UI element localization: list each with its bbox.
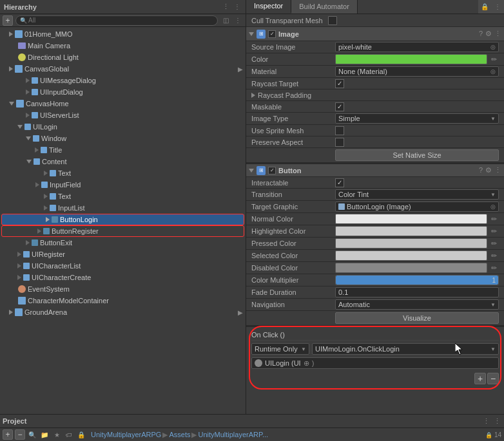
add-button[interactable]: + — [3, 15, 13, 26]
star-icon[interactable]: ★ — [52, 429, 62, 440]
inspector-lock-icon[interactable]: 🔒 — [478, 0, 491, 14]
target-graphic-label: Target Graphic — [251, 203, 335, 211]
tree-item-uiregister[interactable]: UIRegister — [0, 249, 246, 260]
selected-color-swatch[interactable] — [335, 250, 487, 261]
button-section-header[interactable]: ⊞ ✓ Button ? ⚙ ⋮ — [246, 163, 504, 177]
tree-item-uicharacterlist[interactable]: UICharacterList — [0, 260, 246, 272]
lock-icon[interactable]: 🔒 — [76, 429, 86, 440]
transition-dropdown[interactable]: Color Tint ▼ — [335, 189, 499, 200]
material-field[interactable]: None (Material) ◎ — [335, 66, 499, 77]
search-project-icon[interactable]: 🔍 — [27, 429, 37, 440]
selected-color-edit-icon[interactable]: ✏ — [489, 250, 499, 261]
expand-icon[interactable]: ◫ — [220, 15, 231, 26]
pressed-color-edit-icon[interactable]: ✏ — [489, 238, 499, 249]
raycast-target-checkbox[interactable]: ✓ — [335, 79, 344, 88]
project-menu-icon[interactable]: ⋮ — [481, 417, 490, 426]
tree-item-content[interactable]: Content — [0, 156, 246, 167]
project-options-icon[interactable]: ⋮ — [492, 417, 501, 426]
tree-item-01home[interactable]: 01Home_MMO — [0, 28, 246, 40]
disabled-color-swatch[interactable] — [335, 263, 487, 273]
label-text1: Text — [58, 169, 71, 177]
icon-charactermodel — [18, 297, 26, 305]
tree-item-text2[interactable]: Text — [0, 191, 246, 202]
project-tab[interactable]: Project — [3, 417, 26, 425]
breadcrumb-item-1[interactable]: UnityMultiplayerARPG — [91, 431, 161, 438]
image-section-checkbox[interactable]: ✓ — [268, 30, 276, 38]
tree-item-uimessage[interactable]: UIMessageDialog — [0, 75, 246, 86]
interactable-checkbox[interactable]: ✓ — [335, 178, 344, 187]
tree-item-title[interactable]: Title — [0, 144, 246, 156]
maskable-checkbox[interactable]: ✓ — [335, 102, 344, 111]
image-help-icon[interactable]: ? — [479, 30, 483, 38]
set-native-row: Set Native Size — [246, 148, 504, 163]
tree-item-buttonexit[interactable]: ButtonExit — [0, 237, 246, 249]
hierarchy-options-icon[interactable]: ⋮ — [233, 3, 242, 12]
source-image-value[interactable]: pixel-white ◎ — [335, 42, 499, 52]
disabled-color-edit-icon[interactable]: ✏ — [489, 263, 499, 273]
cull-checkbox[interactable] — [328, 16, 337, 25]
tree-item-uicharactercreate[interactable]: UICharacterCreate — [0, 272, 246, 283]
button-section-checkbox[interactable]: ✓ — [268, 167, 276, 174]
button-help-icon[interactable]: ? — [479, 166, 483, 174]
color-eyedropper-icon[interactable]: ✏ — [489, 54, 499, 64]
tree-item-inputlist[interactable]: InputList — [0, 202, 246, 214]
button-settings-icon[interactable]: ⚙ — [485, 166, 492, 174]
search-input[interactable] — [28, 17, 213, 24]
tree-item-uilogin[interactable]: UILogin — [0, 121, 246, 133]
navigation-dropdown[interactable]: Automatic ▼ — [335, 299, 499, 310]
image-type-dropdown[interactable]: Simple ▼ — [335, 113, 499, 124]
color-swatch-image[interactable] — [335, 54, 487, 64]
image-more-icon[interactable]: ⋮ — [494, 30, 501, 38]
tag-icon[interactable]: 🏷 — [64, 429, 74, 440]
tree-item-window[interactable]: Window — [0, 133, 246, 144]
breadcrumb-item-2[interactable]: Assets — [169, 431, 190, 438]
folder-icon[interactable]: 📁 — [39, 429, 50, 440]
normal-color-edit-icon[interactable]: ✏ — [489, 214, 499, 224]
target-graphic-field[interactable]: ButtonLogin (Image) ◎ — [335, 202, 499, 212]
icon-buttonregister — [43, 228, 50, 234]
tree-item-canvashome[interactable]: CanvasHome — [0, 98, 246, 109]
fade-duration-field[interactable]: 0.1 — [335, 287, 499, 297]
more-icon[interactable]: ⋮ — [233, 15, 243, 26]
set-native-size-button[interactable]: Set Native Size — [335, 149, 499, 161]
tree-item-uiserver[interactable]: UIServerList — [0, 109, 246, 121]
visualize-button[interactable]: Visualize — [335, 312, 499, 324]
tree-item-eventsystem[interactable]: EventSystem — [0, 283, 246, 295]
hierarchy-menu-icon[interactable]: ⋮ — [221, 3, 230, 12]
tree-item-text1[interactable]: Text — [0, 167, 246, 179]
color-multiplier-slider[interactable]: 1 — [335, 275, 499, 285]
object-field[interactable]: UILogin (UI ⊕ ) — [251, 357, 499, 369]
tree-item-groundarena[interactable]: GroundArena ▶ — [0, 306, 246, 318]
runtime-dropdown[interactable]: Runtime Only ▼ — [251, 343, 309, 355]
expand-arrow-01home — [9, 32, 13, 37]
button-more-icon[interactable]: ⋮ — [494, 166, 501, 174]
highlighted-color-swatch[interactable] — [335, 226, 487, 236]
highlighted-color-edit-icon[interactable]: ✏ — [489, 226, 499, 236]
remove-asset-button[interactable]: − — [15, 429, 25, 440]
normal-color-swatch[interactable] — [335, 214, 487, 224]
sprite-mesh-checkbox[interactable] — [335, 126, 344, 135]
tree-item-canvasglobal[interactable]: CanvasGlobal ▶ — [0, 63, 246, 75]
interactable-row: Interactable ✓ — [246, 177, 504, 189]
tree-item-buttonlogin[interactable]: ButtonLogin — [1, 214, 244, 225]
inspector-more-icon[interactable]: ⋮ — [491, 0, 504, 14]
tree-item-uiinput[interactable]: UIInputDialog — [0, 86, 246, 98]
image-settings-icon[interactable]: ⚙ — [485, 30, 492, 38]
add-onclick-button[interactable]: + — [474, 373, 486, 384]
hierarchy-tree: 01Home_MMO Main Camera Directional Light — [0, 27, 246, 414]
tree-item-buttonregister[interactable]: ButtonRegister — [1, 225, 244, 237]
breadcrumb-item-3[interactable]: UnityMultiplayerARP... — [198, 431, 268, 438]
raycast-padding-expand[interactable] — [251, 93, 255, 98]
add-asset-button[interactable]: + — [3, 429, 13, 440]
tree-item-charactermodel[interactable]: CharacterModelContainer — [0, 295, 246, 306]
tree-item-dirlight[interactable]: Directional Light — [0, 52, 246, 63]
tree-item-inputfield[interactable]: InputField — [0, 179, 246, 191]
tab-build-automator[interactable]: Build Automator — [291, 0, 358, 14]
pressed-color-swatch[interactable] — [335, 238, 487, 249]
preserve-aspect-checkbox[interactable] — [335, 138, 344, 147]
function-dropdown[interactable]: UIMmoLogin.OnClickLogin ▼ — [312, 343, 499, 355]
tree-item-maincamera[interactable]: Main Camera — [0, 40, 246, 52]
image-section-header[interactable]: ⊞ ✓ Image ? ⚙ ⋮ — [246, 27, 504, 41]
remove-onclick-button[interactable]: − — [487, 373, 499, 384]
tab-inspector[interactable]: Inspector — [246, 0, 291, 14]
